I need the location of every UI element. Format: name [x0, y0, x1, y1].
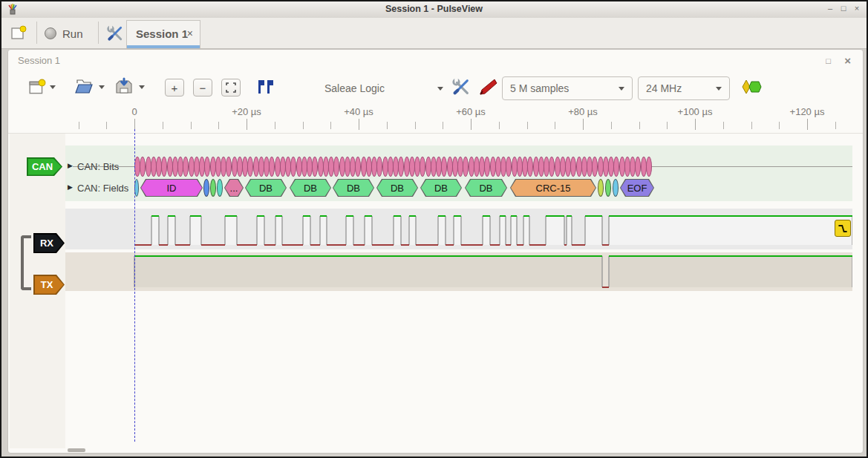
open-dropdown-icon[interactable]: [99, 85, 105, 89]
device-select[interactable]: Saleae Logic: [324, 76, 443, 100]
ruler-baseline: [8, 133, 863, 134]
field-annotation: [613, 179, 619, 197]
ruler-tick: [218, 122, 219, 129]
ruler-tick: [387, 122, 388, 129]
ruler-tick: [639, 122, 640, 129]
toolbar-separator: [98, 22, 99, 44]
ruler-tick: [415, 122, 416, 129]
ruler-tick: [723, 122, 724, 129]
field-annotation: [203, 179, 209, 197]
ruler-tick: [443, 122, 443, 129]
ruler-label: +120 µs: [790, 106, 825, 117]
maximize-icon[interactable]: □: [837, 4, 850, 13]
wrench-screwdriver-icon: [451, 77, 471, 96]
field-annotation-id: ID: [140, 179, 203, 197]
ruler-tick: [275, 122, 275, 129]
save-button[interactable]: [114, 76, 134, 97]
zoom-in-icon: +: [172, 82, 178, 94]
ruler-tick: [667, 122, 668, 129]
add-decoder-button[interactable]: [742, 79, 763, 94]
save-icon: [114, 77, 134, 96]
channel-tag-rx[interactable]: RX: [33, 233, 65, 253]
field-annotation: [217, 179, 223, 197]
open-folder-icon: [74, 77, 94, 96]
sample-rate-value: 24 MHz: [646, 82, 682, 94]
channel-tag-tx[interactable]: TX: [33, 275, 65, 295]
close-icon[interactable]: ×: [850, 4, 864, 13]
main-toolbar: Run Session 1 ×: [1, 18, 867, 49]
tab-label: Session 1: [136, 27, 188, 40]
new-view-button[interactable]: [27, 78, 47, 97]
ruler-tick: [527, 122, 528, 129]
window-title: Session 1 - PulseView: [1, 4, 867, 14]
zoom-fit-icon: [226, 82, 236, 93]
fields-row-expander-icon[interactable]: ▶: [68, 183, 73, 191]
tx-waveform[interactable]: [65, 252, 852, 291]
field-annotation-eof: EOF: [620, 179, 654, 197]
new-view-dropdown-icon[interactable]: [50, 85, 56, 89]
ruler-tick: [191, 122, 192, 129]
can-bits-annotations: [134, 157, 659, 177]
ruler-tick: [695, 119, 696, 130]
tab-close-icon[interactable]: ×: [187, 27, 193, 39]
minimize-icon[interactable]: –: [823, 4, 837, 13]
field-annotation-db: DB: [245, 179, 287, 197]
ruler-tick: [359, 119, 359, 130]
zoom-fit-button[interactable]: [221, 79, 241, 96]
ruler-tick: [106, 122, 107, 129]
session-title: Session 1: [18, 55, 60, 66]
ruler-tick: [247, 119, 247, 130]
ruler-tick: [134, 119, 135, 130]
trigger-flags-button[interactable]: [256, 78, 275, 96]
new-view-icon: [28, 79, 46, 96]
trigger-marker[interactable]: [835, 220, 851, 237]
field-annotation-crc-15: CRC-15: [510, 179, 596, 197]
ruler-tick: [807, 119, 808, 130]
channels-button[interactable]: [477, 76, 498, 97]
zoom-out-button[interactable]: −: [193, 79, 212, 96]
flags-icon: [257, 79, 275, 95]
ruler-tick: [303, 122, 304, 129]
decoder-tag-can[interactable]: CAN: [27, 157, 62, 176]
decoder-shapes-icon: [742, 79, 763, 94]
tab-session-1[interactable]: Session 1 ×: [126, 20, 200, 48]
time-zero-cursor[interactable]: [134, 129, 135, 442]
titlebar[interactable]: Session 1 - PulseView – □ ×: [1, 1, 867, 19]
sample-rate-select[interactable]: 24 MHz: [638, 76, 730, 100]
ruler-label: 0: [131, 106, 137, 117]
ruler-tick: [751, 122, 752, 129]
ruler-tick: [79, 122, 79, 129]
ruler-tick: [330, 122, 331, 129]
settings-button[interactable]: [104, 22, 126, 45]
channel-group-bracket[interactable]: [21, 235, 31, 290]
field-annotation-db: DB: [376, 179, 418, 197]
toolbar-separator: [36, 22, 37, 44]
field-annotation-db: DB: [420, 179, 462, 197]
new-session-icon: [10, 25, 27, 42]
bit-annotation: [646, 157, 652, 177]
tab-active-indicator: [127, 45, 200, 48]
zoom-in-button[interactable]: +: [165, 79, 184, 96]
close-session-icon[interactable]: ×: [844, 54, 851, 67]
device-name: Saleae Logic: [324, 82, 385, 94]
run-button[interactable]: Run: [45, 22, 92, 45]
ruler-label: +40 µs: [344, 106, 373, 117]
sample-count-select[interactable]: 5 M samples: [502, 76, 633, 100]
device-config-button[interactable]: [451, 76, 471, 97]
save-dropdown-icon[interactable]: [139, 85, 145, 89]
bits-row-expander-icon[interactable]: ▶: [68, 162, 73, 169]
field-annotation: [605, 179, 611, 197]
horizontal-scrollbar-handle[interactable]: [68, 448, 85, 452]
open-button[interactable]: [74, 76, 94, 97]
field-annotation--: ...: [224, 179, 244, 197]
float-window-icon[interactable]: □: [826, 56, 831, 65]
falling-edge-icon: [837, 223, 849, 235]
sample-rate-dropdown-icon: [716, 87, 722, 91]
new-session-button[interactable]: [7, 22, 30, 45]
ruler-tick: [779, 122, 780, 129]
rx-waveform[interactable]: [65, 209, 852, 249]
ruler-tick: [555, 122, 555, 129]
bits-row-label: CAN: Bits: [77, 161, 119, 172]
device-dropdown-icon: [437, 87, 443, 91]
run-label: Run: [62, 27, 83, 40]
